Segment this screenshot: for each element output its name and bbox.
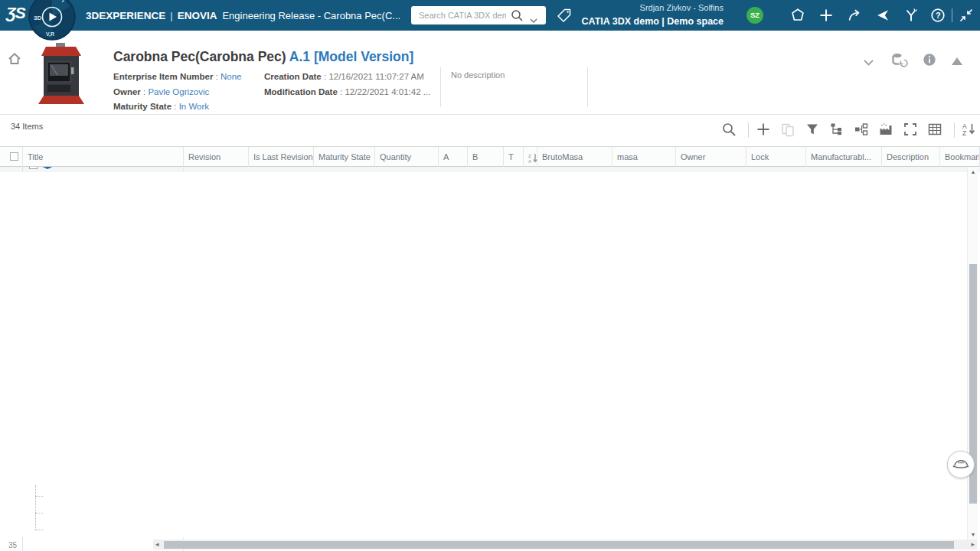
brand-divider: | (170, 10, 172, 21)
table-header: TitleRevisionIs Last RevisionMaturity St… (0, 146, 980, 167)
description-box: No description (440, 67, 588, 107)
add-button[interactable] (756, 122, 773, 139)
title-revision[interactable]: A.1 [Model Version] (289, 49, 413, 64)
search-button[interactable] (721, 122, 738, 139)
collaboration-icon[interactable] (790, 8, 805, 23)
panel-collapse-icon[interactable] (951, 55, 963, 69)
tree-button[interactable] (829, 122, 846, 139)
attribute-row: Creation Date : 12/16/2021 11:07:27 AM (264, 70, 430, 85)
svg-text:Z: Z (528, 154, 531, 158)
column-header-desc[interactable]: Description (882, 147, 940, 167)
column-header-a[interactable]: A (439, 147, 468, 167)
table-body: +35 (0, 167, 980, 551)
page-title: Carobna Pec(Carobna Pec) A.1 [Model Vers… (113, 49, 413, 65)
chevron-down-icon[interactable] (864, 55, 874, 69)
svg-text:A: A (528, 159, 531, 164)
list-toolbar: 34 Items AZ (0, 115, 980, 146)
app-name[interactable]: ENOVIA (178, 10, 217, 21)
column-header-bookmark[interactable]: Bookmark (940, 147, 980, 167)
assistant-button[interactable] (947, 451, 975, 478)
attributes-column-2: Creation Date : 12/16/2021 11:07:27 AM M… (264, 70, 430, 99)
structure-button[interactable] (854, 122, 871, 139)
global-search-box[interactable] (411, 6, 546, 24)
attributes-column-1: Enterprise Item Number : None Owner : Pa… (113, 70, 241, 115)
factory-button[interactable] (878, 122, 895, 139)
svg-text:Z: Z (962, 129, 966, 137)
column-header-t[interactable]: T (504, 147, 524, 167)
grid-button[interactable] (927, 122, 944, 139)
collapse-icon[interactable] (959, 8, 974, 23)
svg-text:?: ? (936, 11, 941, 20)
column-header-owner[interactable]: Owner (676, 147, 746, 167)
column-header-maturity[interactable]: Maturity State (314, 147, 375, 167)
toolbar-divider (748, 122, 749, 138)
column-header-bruto[interactable]: BrutoMasa (537, 147, 612, 167)
tree-connector (35, 485, 36, 529)
data-sync-icon[interactable] (891, 52, 908, 70)
send-icon[interactable] (875, 8, 890, 23)
app-context[interactable]: Engineering Release - Carobna Pec(C... (222, 10, 400, 21)
attribute-value-link[interactable]: In Work (179, 102, 209, 111)
topbar-divider (952, 8, 952, 22)
compass-button[interactable]: 3DV,R (28, 0, 76, 41)
column-header-title[interactable]: Title (23, 147, 184, 167)
horizontal-scroll-thumb[interactable] (164, 541, 954, 549)
column-header-sort[interactable]: ZA (524, 147, 537, 167)
vertical-scrollbar[interactable]: ▴ ▾ (967, 167, 978, 540)
help-icon[interactable]: ? (930, 8, 946, 23)
attribute-value-link[interactable]: Pavle Ogrizovic (148, 87, 209, 96)
description-text: No description (451, 70, 505, 80)
toolbar-divider (954, 122, 955, 138)
column-header-masa[interactable]: masa (612, 147, 676, 167)
horizontal-scrollbar[interactable]: ◂ ▸ (153, 540, 977, 549)
brand-3dexperience: 3DEXPERIENCE (86, 10, 165, 21)
column-sort-icon[interactable]: ZA (528, 151, 537, 167)
items-count: 34 Items (11, 122, 43, 131)
attribute-value-link[interactable]: None (220, 72, 242, 81)
scroll-right-arrow[interactable]: ▸ (971, 540, 975, 549)
column-header-b[interactable]: B (468, 147, 504, 167)
scroll-up-arrow[interactable]: ▴ (968, 168, 978, 175)
filter-button[interactable] (805, 122, 822, 139)
attribute-row: Owner : Pavle Ogrizovic (113, 85, 241, 100)
scroll-left-arrow[interactable]: ◂ (155, 540, 159, 549)
attribute-row: Modification Date : 12/22/2021 4:01:42 .… (264, 85, 430, 100)
fullscreen-button[interactable] (903, 122, 920, 139)
table-row-partial: + (0, 167, 980, 172)
svg-text:3D: 3D (34, 15, 41, 21)
user-name: Srdjan Zivkov - Solfins (536, 2, 724, 15)
paste-button[interactable] (780, 122, 797, 139)
add-icon[interactable] (818, 8, 834, 23)
product-thumbnail[interactable] (34, 41, 89, 109)
tree-connector (35, 513, 43, 514)
column-header-islast[interactable]: Is Last Revision (249, 147, 314, 167)
expand-toggle[interactable]: + (29, 167, 38, 169)
info-icon[interactable] (923, 53, 936, 70)
search-icon[interactable] (511, 9, 523, 24)
column-header-lock[interactable]: Lock (746, 147, 806, 167)
attribute-row: Maturity State : In Work (113, 99, 241, 115)
part-icon (42, 167, 53, 172)
user-block[interactable]: Srdjan Zivkov - Solfins CATIA 3DX demo |… (536, 2, 724, 28)
share-icon[interactable] (847, 8, 862, 23)
avatar[interactable]: SZ (746, 7, 763, 24)
attribute-row: Enterprise Item Number : None (113, 70, 241, 85)
column-header-manuf[interactable]: Manufacturabl... (806, 147, 882, 167)
sort-az-button[interactable]: AZ (962, 122, 978, 139)
object-header-panel: Carobna Pec(Carobna Pec) A.1 [Model Vers… (0, 31, 980, 115)
svg-text:V,R: V,R (46, 31, 54, 37)
dassault-systemes-logo[interactable]: ƷS (6, 4, 25, 22)
top-bar: ƷS 3DEXPERIENCE|ENOVIAEngineering Releas… (0, 0, 980, 31)
column-header-select[interactable] (0, 147, 23, 167)
tree-connector (35, 496, 43, 497)
user-space: CATIA 3DX demo | Demo space (536, 15, 724, 28)
select-all-checkbox[interactable] (10, 152, 18, 161)
search-input[interactable] (417, 8, 508, 22)
column-header-revision[interactable]: Revision (184, 147, 249, 167)
apps-icon[interactable] (903, 8, 919, 23)
home-icon[interactable] (8, 52, 21, 68)
column-header-quantity[interactable]: Quantity (375, 147, 439, 167)
row-number: 35 (0, 537, 23, 551)
scroll-down-arrow[interactable]: ▾ (968, 531, 978, 538)
tree-connector (35, 530, 43, 530)
